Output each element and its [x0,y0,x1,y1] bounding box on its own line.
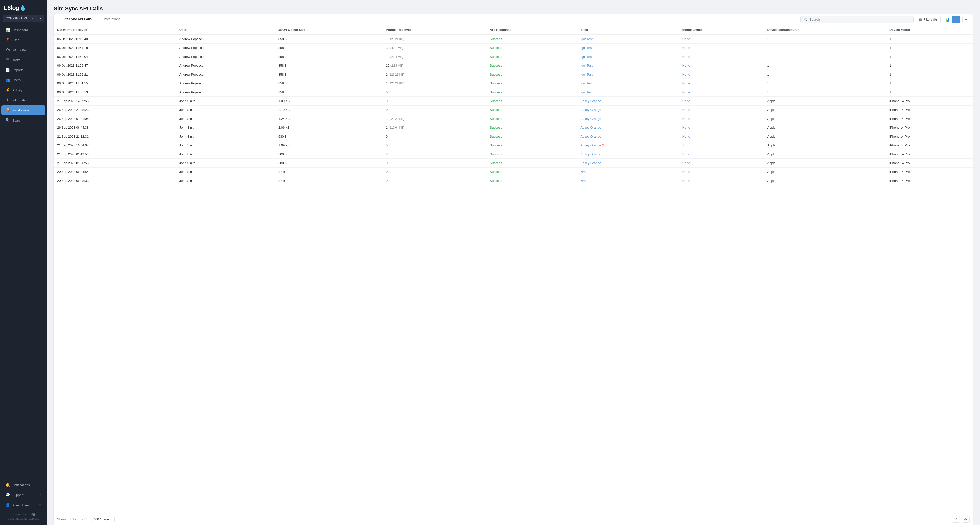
sidebar-item-installations[interactable]: 📦Installations [2,105,45,115]
cell-7-1: John Smith [176,97,275,106]
page-size-selector[interactable]: 100 / page ▾ [91,516,115,522]
cell-16-5[interactable]: N/A [577,176,679,185]
cell-5-6[interactable]: None [679,79,764,88]
sidebar-item-tasks[interactable]: ☰Tasks [2,55,45,65]
cell-11-6[interactable]: None [679,132,764,141]
cell-9-7: Apple [764,114,886,123]
site-link[interactable]: Abbey Grange [580,143,601,147]
more-options-button[interactable]: •• [962,16,970,23]
expand-button[interactable]: ⤢ [952,516,960,523]
cell-2-7: 1 [764,52,886,61]
cell-10-2: 2.06 KB [275,123,382,132]
col-header-device-manufacturer[interactable]: Device Manufacturer [764,25,886,35]
cell-3-3: 19 (2.34 MB) [382,61,487,70]
cell-5-5[interactable]: Igor Test [577,79,679,88]
cell-11-3: 0 [382,132,487,141]
sidebar-item-users[interactable]: 👥Users [2,75,45,85]
cell-11-5[interactable]: Abbey Grange [577,132,679,141]
tab-installations[interactable]: Installations [97,14,126,25]
nav-label-map-view: Map View [12,48,26,52]
cell-4-6[interactable]: None [679,70,764,79]
cell-2-0: 06 Oct 2023 11:54:04 [54,52,176,61]
sidebar-item-search[interactable]: 🔍Search [2,116,45,125]
chart-view-button[interactable]: 📊 [943,16,952,23]
cell-6-2: 858 B [275,88,382,97]
cell-13-5[interactable]: Abbey Grange [577,150,679,159]
table-row: 21 Sep 2023 09:49:59John Smith683 B0Succ… [54,150,973,159]
settings-button[interactable]: ⚙ [962,516,970,523]
photos-size: (126.21 KB) [388,73,404,76]
cell-10-6[interactable]: None [679,123,764,132]
cell-0-5[interactable]: Igor Test [577,35,679,44]
photos-size: (126.21 KB) [388,37,404,41]
search-input[interactable] [810,18,910,21]
cell-8-6[interactable]: None [679,106,764,114]
cell-9-2: 4.24 KB [275,114,382,123]
cell-15-6[interactable]: None [679,168,764,176]
col-header-json-object-size[interactable]: JSON Object Size [275,25,382,35]
cell-12-5[interactable]: Abbey Grange (1) [577,141,679,150]
cell-10-4: Success [487,123,577,132]
cell-16-6[interactable]: None [679,176,764,185]
cell-3-6[interactable]: None [679,61,764,70]
power-icon: ⏻ [39,504,41,506]
col-header-date-time-received[interactable]: Date/Time Received [54,25,176,35]
cell-2-6[interactable]: None [679,52,764,61]
cell-15-5[interactable]: N/A [577,168,679,176]
cell-16-8: iPhone 14 Pro [886,176,973,185]
toolbar: 🔍 ⊟ Filters (0) 📊 ▦ •• [512,14,970,25]
sidebar-item-admin[interactable]: 👤Admin User⏻ [2,500,45,510]
sidebar-item-reports[interactable]: 📄Reports [2,65,45,75]
cell-3-2: 858 B [275,61,382,70]
sidebar-item-sites[interactable]: 📍Sites [2,35,45,45]
sidebar-item-information[interactable]: ℹInformation [2,95,45,105]
cell-8-5[interactable]: Abbey Grange [577,106,679,114]
col-header-api-response[interactable]: API Response [487,25,577,35]
sidebar-item-activity[interactable]: ⚡Activity [2,85,45,95]
cell-7-5[interactable]: Abbey Grange [577,97,679,106]
cell-4-5[interactable]: Igor Test [577,70,679,79]
col-header-device-model[interactable]: Device Model [886,25,973,35]
filter-button[interactable]: ⊟ Filters (0) [916,16,940,23]
sidebar-item-dashboard[interactable]: 📊Dashboard [2,25,45,35]
sidebar-item-notifications[interactable]: 🔔Notifications [2,480,45,490]
cell-6-5[interactable]: Igor Test [577,88,679,97]
col-header-user[interactable]: User [176,25,275,35]
nav-icon-sites: 📍 [5,38,10,42]
col-header-install-errors[interactable]: Install Errors [679,25,764,35]
nav-icon-admin: 👤 [5,503,10,507]
cell-10-5[interactable]: Abbey Grange [577,123,679,132]
sidebar-item-support[interactable]: 💬Support↗ [2,490,45,500]
nav-icon-notifications: 🔔 [5,483,10,487]
cell-1-6[interactable]: None [679,44,764,52]
cell-3-5[interactable]: Igor Test [577,61,679,70]
cell-14-3: 0 [382,159,487,168]
cell-12-6[interactable]: 1 [679,141,764,150]
grid-view-button[interactable]: ▦ [952,16,960,23]
cell-0-6[interactable]: None [679,35,764,44]
cell-9-6[interactable]: None [679,114,764,123]
cell-2-5[interactable]: Igor Test [577,52,679,61]
page-header: Site Sync API Calls [47,0,980,14]
cell-6-6[interactable]: None [679,88,764,97]
cell-1-5[interactable]: Igor Test [577,44,679,52]
tab-site-sync-api-calls[interactable]: Site Sync API Calls [57,14,97,25]
cell-10-0: 26 Sep 2023 06:44:38 [54,123,176,132]
table-row: 26 Sep 2023 07:21:05John Smith4.24 KB2 (… [54,114,973,123]
company-selector[interactable]: COMPANY LIMITED ▾ [3,15,44,22]
nav-label-search: Search [12,119,22,122]
sidebar-item-map-view[interactable]: 🗺Map View [2,45,45,55]
cell-13-6[interactable]: None [679,150,764,159]
cell-9-5[interactable]: Abbey Grange [577,114,679,123]
cell-7-6[interactable]: None [679,97,764,106]
cell-14-6[interactable]: None [679,159,764,168]
cell-13-3: 0 [382,150,487,159]
col-header-sites[interactable]: Sites [577,25,679,35]
col-header-photos-received[interactable]: Photos Received [382,25,487,35]
cell-12-3: 0 [382,141,487,150]
cell-14-5[interactable]: Abbey Grange [577,159,679,168]
cell-5-8: 1 [886,79,973,88]
cell-8-3: 0 [382,106,487,114]
page-size-value: 100 / page [94,517,109,521]
nav-icon-installations: 📦 [5,108,10,113]
